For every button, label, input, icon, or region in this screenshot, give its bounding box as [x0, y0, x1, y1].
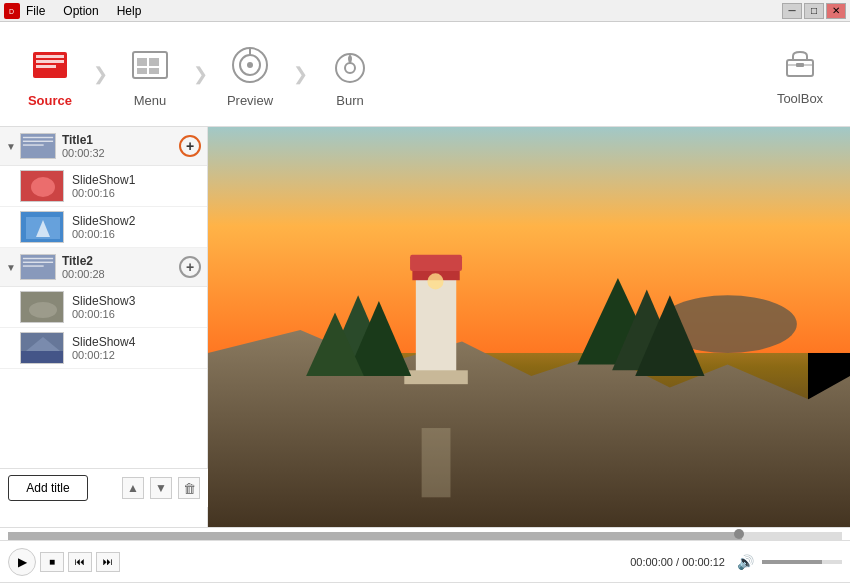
left-panel: ▼ Title1 00:00:32 + SlideShow1 00:00:16: [0, 127, 208, 527]
svg-rect-5: [36, 65, 56, 68]
burn-label: Burn: [336, 93, 363, 108]
add-title-button[interactable]: Add title: [8, 475, 88, 501]
svg-point-16: [345, 63, 355, 73]
menu-nav-label: Menu: [134, 93, 167, 108]
preview-image: [208, 127, 850, 527]
toolbox-label: ToolBox: [777, 91, 823, 106]
move-down-button[interactable]: ▼: [150, 477, 172, 499]
volume-fill: [762, 560, 822, 564]
slideshow1-thumb: [20, 170, 64, 202]
source-label: Source: [28, 93, 72, 108]
title1-name: Title1: [62, 133, 179, 147]
play-icon: ▶: [18, 555, 27, 569]
slideshow4-duration: 00:00:12: [72, 349, 201, 361]
svg-text:D: D: [9, 8, 14, 15]
prev-icon: ⏮: [75, 556, 85, 567]
volume-slider[interactable]: [762, 560, 842, 564]
total-time: 00:00:12: [682, 556, 725, 568]
slideshow4-name: SlideShow4: [72, 335, 201, 349]
svg-rect-7: [137, 58, 147, 66]
slideshow2-duration: 00:00:16: [72, 228, 201, 240]
svg-marker-42: [208, 330, 850, 527]
svg-rect-47: [404, 370, 468, 384]
menu-option[interactable]: Option: [59, 3, 102, 19]
toolbar-menu[interactable]: Menu: [110, 29, 190, 119]
chevron-title1: ▼: [6, 141, 16, 152]
toolbar-preview[interactable]: Preview: [210, 29, 290, 119]
move-up-button[interactable]: ▲: [122, 477, 144, 499]
svg-rect-37: [21, 351, 64, 364]
toolbar-toolbox[interactable]: ToolBox: [760, 29, 840, 119]
minimize-button[interactable]: ─: [782, 3, 802, 19]
slide-item-2[interactable]: SlideShow2 00:00:16: [0, 207, 207, 248]
slideshow3-info: SlideShow3 00:00:16: [72, 294, 201, 320]
arrow-3: ❯: [290, 29, 310, 119]
delete-button[interactable]: 🗑: [178, 477, 200, 499]
seek-thumb: [734, 529, 744, 539]
preview-area: [208, 127, 850, 527]
svg-rect-54: [422, 428, 451, 497]
arrow-1: ❯: [90, 29, 110, 119]
title1-duration: 00:00:32: [62, 147, 179, 159]
svg-point-25: [31, 177, 55, 197]
maximize-button[interactable]: □: [804, 3, 824, 19]
svg-rect-45: [410, 255, 462, 271]
toolbar-source[interactable]: Source: [10, 29, 90, 119]
title2-name: Title2: [62, 254, 179, 268]
slideshow4-thumb: [20, 332, 64, 364]
slide-item-3[interactable]: SlideShow3 00:00:16: [0, 287, 207, 328]
current-time: 00:00:00: [630, 556, 673, 568]
slideshow3-name: SlideShow3: [72, 294, 201, 308]
svg-rect-10: [149, 68, 159, 74]
slide-item-1[interactable]: SlideShow1 00:00:16: [0, 166, 207, 207]
title-group-2: ▼ Title2 00:00:28 + SlideShow3 00:00:16: [0, 248, 207, 369]
time-display: 00:00:00 / 00:00:12: [630, 556, 725, 568]
menu-help[interactable]: Help: [113, 3, 146, 19]
preview-label: Preview: [227, 93, 273, 108]
slideshow2-thumb: [20, 211, 64, 243]
main-content: ▼ Title1 00:00:32 + SlideShow1 00:00:16: [0, 127, 850, 527]
menu-file[interactable]: File: [22, 3, 49, 19]
title-group-1: ▼ Title1 00:00:32 + SlideShow1 00:00:16: [0, 127, 207, 248]
slideshow1-info: SlideShow1 00:00:16: [72, 173, 201, 199]
next-icon: ⏭: [103, 556, 113, 567]
svg-rect-9: [137, 68, 147, 74]
title2-header[interactable]: ▼ Title2 00:00:28 +: [0, 248, 207, 287]
title2-duration: 00:00:28: [62, 268, 179, 280]
stop-icon: ■: [49, 556, 55, 567]
app-icon: D: [4, 3, 20, 19]
slideshow1-name: SlideShow1: [72, 173, 201, 187]
stop-button[interactable]: ■: [40, 552, 64, 572]
next-button[interactable]: ⏭: [96, 552, 120, 572]
svg-rect-8: [149, 58, 159, 66]
title1-add-button[interactable]: +: [179, 135, 201, 157]
window-controls: ─ □ ✕: [782, 3, 846, 19]
svg-point-46: [427, 273, 443, 289]
source-icon: [26, 41, 74, 89]
arrow-2: ❯: [190, 29, 210, 119]
toolbar: Source ❯ Menu ❯ Preview ❯: [0, 22, 850, 127]
title1-thumb: [20, 133, 56, 159]
play-button[interactable]: ▶: [8, 548, 36, 576]
slideshow2-info: SlideShow2 00:00:16: [72, 214, 201, 240]
preview-icon: [226, 41, 274, 89]
svg-rect-4: [36, 60, 64, 63]
slideshow3-thumb: [20, 291, 64, 323]
time-separator: /: [673, 556, 682, 568]
close-button[interactable]: ✕: [826, 3, 846, 19]
slideshow1-duration: 00:00:16: [72, 187, 201, 199]
toolbar-burn[interactable]: Burn: [310, 29, 390, 119]
svg-rect-3: [36, 55, 64, 58]
title1-header[interactable]: ▼ Title1 00:00:32 +: [0, 127, 207, 166]
prev-button[interactable]: ⏮: [68, 552, 92, 572]
menu-icon: [126, 41, 174, 89]
seek-bar-area: [0, 528, 850, 540]
slide-item-4[interactable]: SlideShow4 00:00:12: [0, 328, 207, 369]
volume-icon: 🔊: [737, 554, 754, 570]
title2-add-button[interactable]: +: [179, 256, 201, 278]
seek-controls-wrapper: ▶ ■ ⏮ ⏭ 00:00:00 / 00:00:12 🔊: [0, 527, 850, 582]
title-bar: D File Option Help ─ □ ✕: [0, 0, 850, 22]
seek-bar[interactable]: [8, 532, 842, 540]
title2-thumb: [20, 254, 56, 280]
svg-point-13: [247, 62, 253, 68]
